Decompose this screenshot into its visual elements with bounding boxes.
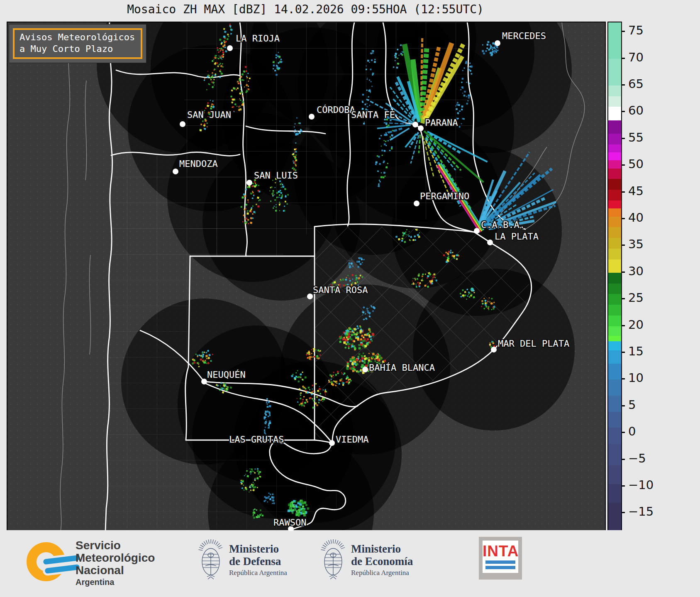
colorbar-tick-label: 45 [628, 184, 644, 198]
city-marker [173, 169, 178, 174]
ministry-title: de Defensa [229, 555, 287, 568]
smn-logo-icon [27, 542, 76, 585]
city-marker [201, 379, 207, 384]
city-label: LAS GRUTAS [229, 434, 284, 445]
echo-cluster [293, 117, 304, 136]
colorbar-tick-label: 70 [628, 50, 644, 64]
city-label: CÓRDOBA [317, 105, 355, 115]
echo-ray-fan [479, 152, 556, 229]
city-marker [246, 180, 252, 186]
echo-cluster [263, 398, 272, 435]
city-marker [474, 228, 480, 234]
echo-cluster [288, 500, 309, 517]
colorbar-tick [621, 58, 625, 59]
colorbar-tick-label: 15 [628, 344, 644, 358]
echo-cluster [189, 347, 216, 370]
ministry-subtitle: República Argentina [351, 569, 413, 577]
echo-cluster [358, 302, 376, 322]
radar-echo-layer [7, 22, 605, 531]
city-label: MAR DEL PLATA [498, 338, 569, 349]
echo-cluster [214, 380, 233, 396]
city-marker [227, 45, 233, 51]
city-marker [412, 122, 418, 127]
echo-cluster [479, 295, 497, 313]
echo-cluster [268, 177, 290, 213]
city-marker [491, 347, 497, 352]
colorbar-tick [621, 352, 625, 353]
colorbar-tick-label: 30 [628, 264, 644, 278]
city-marker [180, 121, 185, 127]
warning-banner[interactable]: Avisos Meteorológicos a Muy Corto Plazo [9, 24, 146, 63]
echo-cluster [252, 509, 263, 519]
colorbar-tick-label: −5 [628, 451, 646, 465]
echo-cluster [238, 464, 263, 494]
city-label: BAHÍA BLANCA [369, 362, 435, 373]
colorbar-tick [621, 245, 625, 246]
colorbar-tick-label: 20 [628, 318, 644, 332]
city-label: RAWSON [273, 517, 306, 528]
colorbar-tick-label: 65 [628, 77, 644, 91]
colorbar-tick-label: 5 [628, 398, 636, 412]
inta-logo-frame: INTA [483, 541, 518, 573]
city-marker [418, 125, 424, 131]
smn-country: Argentina [76, 578, 155, 587]
colorbar-tick-label: 75 [628, 23, 644, 37]
colorbar-tick [621, 138, 625, 139]
city-marker [309, 114, 315, 120]
colorbar-tick [621, 405, 625, 406]
colorbar-tick [621, 31, 625, 32]
colorbar-tick [621, 512, 625, 513]
city-label: NEUQUÉN [207, 369, 246, 380]
echo-cluster [226, 64, 255, 114]
echo-cluster [263, 492, 276, 504]
radar-mosaic-map: Avisos Meteorológicos a Muy Corto Plazo … [7, 22, 606, 532]
echo-cluster [271, 51, 284, 76]
defensa-logo-text: Ministerio de Defensa República Argentin… [229, 543, 287, 577]
city-label: PARANA [425, 117, 458, 128]
city-label: LA RIOJA [236, 33, 280, 44]
echo-cluster [395, 227, 422, 245]
inta-wordmark: INTA [483, 544, 518, 558]
economia-logo-text: Ministerio de Economía República Argenti… [351, 543, 413, 577]
colorbar-tick-label: 35 [628, 237, 644, 252]
colorbar-tick [621, 432, 625, 433]
echo-cluster [305, 346, 324, 363]
inta-bar-icon [485, 560, 515, 564]
city-label: MENDOZA [179, 159, 218, 169]
colorbar-tick [621, 272, 625, 273]
warning-banner-line1: Avisos Meteorológicos [20, 32, 135, 43]
colorbar-tick-label: −15 [628, 505, 654, 519]
echo-cluster [347, 256, 366, 270]
product-title: Mosaico ZH MAX [dBZ] 14.02.2026 09:55HOA… [7, 2, 604, 16]
smn-logo-text: Servicio Meteorológico Nacional Argentin… [76, 539, 155, 587]
colorbar-tick [621, 164, 625, 166]
colorbar-tick-label: 10 [628, 371, 644, 385]
inta-logo: INTA [479, 537, 522, 580]
city-label: SANTA FE [351, 110, 395, 120]
echo-cluster [328, 371, 352, 386]
defensa-emblem-icon [198, 535, 224, 586]
colorbar-tick-label: −10 [628, 478, 654, 492]
ministry-title: Ministerio [351, 543, 413, 555]
smn-name-line: Meteorológico [76, 552, 155, 564]
colorbar-tick-label: 55 [628, 130, 644, 144]
city-label: SAN LUIS [254, 170, 298, 181]
echo-cluster [200, 52, 229, 93]
economia-emblem-icon [320, 535, 346, 586]
echo-ray-fan [405, 132, 420, 164]
colorbar-tick [621, 298, 625, 299]
city-label: VIEDMA [336, 434, 368, 445]
colorbar-tick [621, 191, 625, 193]
inta-bar-icon [485, 566, 515, 569]
colorbar-tick-label: 0 [628, 425, 636, 439]
echo-cluster [337, 323, 376, 353]
smn-logo [27, 542, 76, 585]
colorbar-tick-label: 25 [628, 291, 644, 305]
echo-cluster [443, 250, 459, 263]
echo-cluster [213, 22, 234, 65]
colorbar-tick [621, 84, 625, 86]
colorbar-tick [621, 325, 625, 326]
colorbar-tick-label: 40 [628, 210, 644, 225]
city-marker [414, 201, 420, 206]
city-label: SAN JUAN [187, 110, 231, 120]
